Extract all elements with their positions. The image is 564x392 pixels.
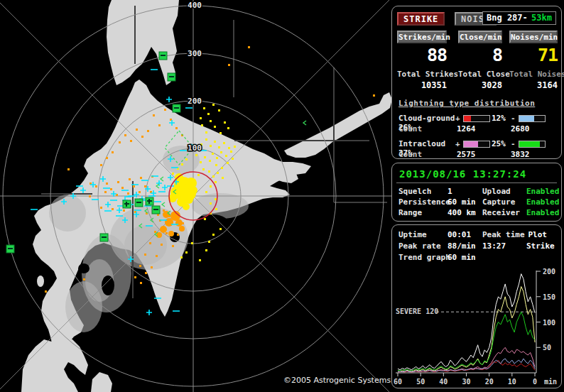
- plot-label: Plot: [526, 230, 557, 240]
- svg-text:min: min: [544, 378, 557, 386]
- status-row: Range400 kmReceiverEnabled: [398, 208, 557, 218]
- total-close-label: Total Close: [458, 70, 502, 79]
- land-okushiri: [37, 276, 44, 287]
- intracloud-counts: Count 2575 3832: [398, 150, 422, 159]
- receiver-status: Enabled: [526, 208, 562, 218]
- range-label: Range: [398, 208, 448, 218]
- total-strikes-value: 10351: [397, 80, 447, 90]
- total-close-value: 3028: [458, 80, 502, 90]
- minus-sign: -: [511, 139, 517, 148]
- receiver-label: Receiver: [482, 208, 526, 218]
- session-row: Uptime00:01Peak timePlot: [398, 230, 557, 240]
- trend-panel: Uptime00:01Peak timePlot Peak rate88/min…: [391, 224, 562, 388]
- total-noises-label: Total Noises: [509, 70, 558, 79]
- count-label: Count: [398, 124, 422, 134]
- upload-label: Upload: [482, 187, 526, 197]
- stats-panel: STRIKE NOISE Bng 287-53km Strikes/min 88…: [391, 6, 562, 159]
- uptime-value: 00:01: [448, 230, 482, 240]
- squelch-label: Squelch: [398, 187, 448, 197]
- range-value: 400 km: [448, 208, 482, 218]
- datetime-display: 2013/08/16 13:27:24: [399, 168, 526, 180]
- session-row: Trend graph60 min: [398, 253, 557, 263]
- total-noises-value: 3164: [509, 80, 558, 90]
- svg-text:150: 150: [543, 293, 555, 301]
- ic-minus-bar: [519, 141, 546, 148]
- copyright-text: ©2005 Astrogenic Systems: [283, 376, 391, 385]
- trend-window-value: 60 min: [448, 253, 482, 263]
- bearing-label: Bng 287-: [487, 13, 528, 23]
- uptime-label: Uptime: [398, 230, 448, 240]
- distribution-title: Lightning type distribution: [398, 99, 535, 108]
- svg-text:40: 40: [439, 378, 448, 386]
- cg-plus-count: 1264: [457, 124, 476, 134]
- session-row: Peak rate88/min13:27Strike: [398, 241, 557, 251]
- count-label: Count: [398, 150, 422, 159]
- squelch-value: 1: [448, 187, 482, 197]
- svg-text:300: 300: [188, 49, 202, 58]
- cg-plus-pct: 12%: [492, 114, 511, 123]
- capture-label: Capture: [482, 197, 526, 207]
- svg-text:200: 200: [188, 97, 202, 106]
- stat-columns: Strikes/min 88 Total Strikes 10351 Close…: [397, 31, 556, 96]
- strikes-min-button[interactable]: Strikes/min: [397, 31, 447, 43]
- plus-sign: +: [455, 139, 462, 148]
- persistence-label: Persistence: [398, 197, 448, 207]
- ic-plus-count: 2575: [457, 150, 476, 159]
- status-row: Persistence60 minCaptureEnabled: [398, 197, 557, 207]
- bearing-range: 53km: [531, 12, 552, 24]
- persistence-value: 60 min: [448, 197, 482, 207]
- svg-text:100: 100: [188, 143, 202, 153]
- plus-sign: +: [455, 114, 462, 123]
- trend-graph[interactable]: SEVERE 120501001502006050403020100min: [392, 265, 561, 388]
- svg-text:200: 200: [543, 268, 555, 276]
- status-panel: 2013/08/16 13:27:24 Squelch1UploadEnable…: [391, 163, 562, 222]
- cloud-ground-label: Cloud-ground: [398, 114, 455, 123]
- svg-text:50: 50: [416, 378, 425, 386]
- svg-text:0: 0: [533, 378, 537, 386]
- cloud-ground-row: Cloud-ground+12%-26%: [398, 114, 558, 122]
- strikes-rate: 88: [397, 45, 447, 65]
- divider: [396, 183, 557, 183]
- intracloud-label: Intracloud: [398, 139, 455, 148]
- svg-text:50: 50: [543, 344, 551, 352]
- svg-text:10: 10: [508, 378, 516, 386]
- ic-plus-bar: [463, 141, 490, 148]
- peak-time-label: Peak time: [482, 230, 526, 240]
- peak-rate-value: 88/min: [448, 241, 482, 251]
- noises-min-button[interactable]: Noises/min: [509, 31, 558, 43]
- total-strikes-label: Total Strikes: [397, 70, 447, 79]
- peak-time-value: 13:27: [482, 241, 526, 251]
- strike-map[interactable]: 400300200100 ©2005 Astrogenic Systems: [0, 0, 391, 392]
- plot-mode-value: Strike: [526, 241, 559, 251]
- ic-minus-count: 3832: [511, 150, 530, 159]
- cloud-ground-counts: Count 1264 2680: [398, 124, 422, 134]
- svg-text:20: 20: [485, 378, 494, 386]
- noises-column: Noises/min 71 Total Noises 3164: [509, 31, 558, 90]
- bearing-readout: Bng 287-53km: [482, 11, 556, 25]
- minus-sign: -: [511, 114, 517, 123]
- capture-status: Enabled: [526, 197, 562, 207]
- intracloud-row: Intracloud+25%-37%: [398, 139, 558, 148]
- app-window: 400300200100 ©2005 Astrogenic Systems ST…: [0, 0, 564, 392]
- strike-button[interactable]: STRIKE: [397, 12, 445, 26]
- svg-text:30: 30: [462, 378, 470, 386]
- trend-graph-label: Trend graph: [398, 253, 448, 263]
- svg-text:60: 60: [394, 378, 402, 386]
- close-min-button[interactable]: Close/min: [458, 31, 502, 43]
- close-rate: 8: [458, 45, 502, 65]
- svg-text:100: 100: [543, 319, 555, 327]
- ic-plus-pct: 25%: [492, 139, 511, 148]
- noises-rate: 71: [509, 45, 558, 65]
- cg-plus-bar: [463, 115, 490, 122]
- status-row: Squelch1UploadEnabled: [398, 187, 557, 197]
- peak-rate-label: Peak rate: [398, 241, 448, 251]
- cg-minus-count: 2680: [511, 124, 530, 134]
- button-row: STRIKE NOISE Bng 287-53km: [397, 11, 556, 26]
- close-column: Close/min 8 Total Close 3028: [458, 31, 502, 90]
- svg-text:400: 400: [188, 1, 202, 10]
- svg-text:SEVERE 120: SEVERE 120: [396, 307, 438, 315]
- cg-minus-bar: [519, 115, 546, 122]
- strikes-column: Strikes/min 88 Total Strikes 10351: [397, 31, 447, 90]
- upload-status: Enabled: [526, 187, 562, 197]
